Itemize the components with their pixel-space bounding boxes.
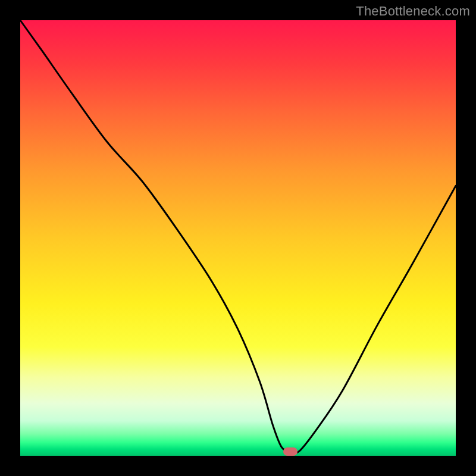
bottleneck-curve <box>20 20 456 456</box>
optimal-point-marker <box>283 447 298 456</box>
watermark-text: TheBottleneck.com <box>356 4 470 19</box>
chart-frame: TheBottleneck.com <box>0 0 476 476</box>
plot-area <box>20 20 456 456</box>
